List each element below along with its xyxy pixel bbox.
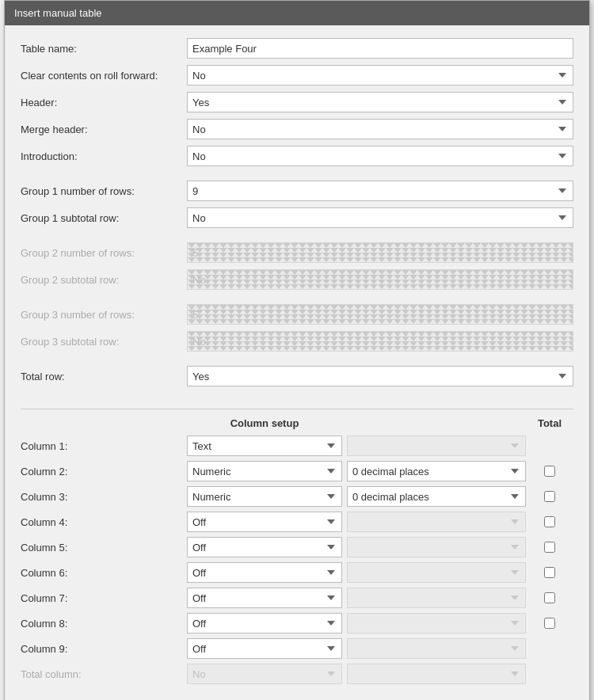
clear-contents-row: Clear contents on roll forward: No Yes bbox=[21, 65, 573, 86]
column-3-decimal-select[interactable]: 0 decimal places 1 decimal place 2 decim… bbox=[347, 486, 526, 507]
total-column-type-select: No bbox=[187, 664, 342, 684]
total-column-row: Total column: No bbox=[21, 664, 573, 684]
table-name-row: Table name: bbox=[21, 38, 573, 59]
merge-header-row: Merge header: No Yes bbox=[21, 119, 573, 139]
clear-contents-label: Clear contents on roll forward: bbox=[21, 70, 187, 82]
group3-subtotal-label: Group 3 subtotal row: bbox=[21, 336, 187, 348]
column-2-label: Column 2: bbox=[21, 466, 187, 477]
column-3-total-check bbox=[526, 491, 573, 502]
introduction-select[interactable]: No Yes bbox=[187, 146, 573, 166]
column-1-label: Column 1: bbox=[21, 440, 187, 452]
total-row-row: Total row: Yes No bbox=[21, 366, 573, 386]
column-5-type-select[interactable]: Off Text Numeric bbox=[187, 537, 342, 557]
total-column-label: Total column: bbox=[21, 668, 187, 680]
group1-rows-row: Group 1 number of rows: 9 12345 67810 bbox=[21, 181, 573, 201]
table-name-label: Table name: bbox=[21, 43, 187, 55]
column-8-label: Column 8: bbox=[21, 618, 187, 630]
column-3-total-checkbox[interactable] bbox=[544, 491, 555, 502]
group3-rows-row: Group 3 number of rows: 5 bbox=[21, 304, 573, 325]
column-5-decimal-select bbox=[347, 537, 526, 557]
group2-rows-label: Group 2 number of rows: bbox=[21, 247, 187, 259]
introduction-label: Introduction: bbox=[21, 150, 187, 162]
group2-subtotal-select: No bbox=[187, 269, 573, 290]
column-4-type-select[interactable]: Off Text Numeric bbox=[187, 512, 342, 532]
group2-rows-select: 5 bbox=[187, 242, 573, 263]
column-7-type-select[interactable]: Off Text Numeric bbox=[187, 588, 342, 608]
column-1-row: Column 1: Text Numeric Off bbox=[21, 436, 573, 456]
group1-subtotal-select[interactable]: No Yes bbox=[187, 207, 573, 228]
group1-rows-select[interactable]: 9 12345 67810 bbox=[187, 181, 573, 201]
column-2-decimal-select[interactable]: 0 decimal places 1 decimal place 2 decim… bbox=[347, 461, 526, 481]
column-9-label: Column 9: bbox=[21, 643, 187, 655]
column-8-total-checkbox[interactable] bbox=[544, 618, 555, 629]
column-1-decimal-select bbox=[347, 436, 526, 456]
table-name-input[interactable] bbox=[187, 38, 573, 59]
group3-rows-select: 5 bbox=[187, 304, 573, 325]
introduction-row: Introduction: No Yes bbox=[21, 146, 573, 166]
group1-subtotal-row: Group 1 subtotal row: No Yes bbox=[21, 207, 573, 228]
column-6-type-select[interactable]: Off Text Numeric bbox=[187, 562, 342, 583]
column-7-total-checkbox[interactable] bbox=[544, 592, 555, 603]
column-5-row: Column 5: Off Text Numeric bbox=[21, 537, 573, 557]
column-6-total-check bbox=[526, 567, 573, 578]
column-6-decimal-select bbox=[347, 562, 526, 583]
column-6-row: Column 6: Off Text Numeric bbox=[21, 562, 573, 583]
total-row-label: Total row: bbox=[21, 371, 187, 382]
column-7-total-check bbox=[526, 592, 573, 603]
group1-subtotal-label: Group 1 subtotal row: bbox=[21, 212, 187, 224]
group3-rows-label: Group 3 number of rows: bbox=[21, 309, 187, 321]
column-9-type-select[interactable]: Off Text Numeric bbox=[187, 638, 342, 659]
column-6-label: Column 6: bbox=[21, 567, 187, 579]
dialog-title: Insert manual table bbox=[5, 1, 589, 25]
header-select[interactable]: Yes No bbox=[187, 92, 573, 112]
column-2-row: Column 2: Numeric Text Off 0 decimal pla… bbox=[21, 461, 573, 481]
column-9-decimal-select bbox=[347, 638, 526, 659]
header-row: Header: Yes No bbox=[21, 92, 573, 112]
total-row-select[interactable]: Yes No bbox=[187, 366, 573, 386]
column-2-total-check bbox=[526, 466, 573, 477]
clear-contents-select[interactable]: No Yes bbox=[187, 65, 573, 86]
column-7-label: Column 7: bbox=[21, 592, 187, 604]
column-2-type-select[interactable]: Numeric Text Off bbox=[187, 461, 342, 481]
total-column-decimal-select bbox=[347, 664, 526, 684]
merge-header-select[interactable]: No Yes bbox=[187, 119, 573, 139]
column-5-total-checkbox[interactable] bbox=[544, 542, 555, 553]
column-8-decimal-select bbox=[347, 613, 526, 633]
column-8-row: Column 8: Off Text Numeric bbox=[21, 613, 573, 633]
column-4-total-checkbox[interactable] bbox=[544, 516, 555, 527]
column-3-row: Column 3: Numeric Text Off 0 decimal pla… bbox=[21, 486, 573, 507]
total-header: Total bbox=[526, 417, 573, 429]
group2-subtotal-label: Group 2 subtotal row: bbox=[21, 274, 187, 286]
insert-manual-table-dialog: Insert manual table Table name: Clear co… bbox=[4, 0, 590, 700]
column-4-decimal-select bbox=[347, 512, 526, 532]
column-9-row: Column 9: Off Text Numeric bbox=[21, 638, 573, 659]
column-1-type-select[interactable]: Text Numeric Off bbox=[187, 436, 342, 456]
group3-subtotal-select: No bbox=[187, 331, 573, 352]
column-7-decimal-select bbox=[347, 588, 526, 608]
column-8-type-select[interactable]: Off Text Numeric bbox=[187, 613, 342, 633]
column-setup-header: Column setup bbox=[187, 417, 342, 429]
column-2-total-checkbox[interactable] bbox=[544, 466, 555, 477]
merge-header-label: Merge header: bbox=[21, 124, 187, 135]
column-4-total-check bbox=[526, 516, 573, 527]
column-5-label: Column 5: bbox=[21, 542, 187, 554]
column-4-row: Column 4: Off Text Numeric bbox=[21, 512, 573, 532]
group2-subtotal-row: Group 2 subtotal row: No bbox=[21, 269, 573, 290]
column-8-total-check bbox=[526, 618, 573, 629]
column-6-total-checkbox[interactable] bbox=[544, 567, 555, 578]
group1-rows-label: Group 1 number of rows: bbox=[21, 185, 187, 197]
column-7-row: Column 7: Off Text Numeric bbox=[21, 588, 573, 608]
group3-subtotal-row: Group 3 subtotal row: No bbox=[21, 331, 573, 352]
column-3-type-select[interactable]: Numeric Text Off bbox=[187, 486, 342, 507]
column-5-total-check bbox=[526, 542, 573, 553]
column-4-label: Column 4: bbox=[21, 516, 187, 528]
header-label: Header: bbox=[21, 97, 187, 108]
column-3-label: Column 3: bbox=[21, 491, 187, 503]
group2-rows-row: Group 2 number of rows: 5 bbox=[21, 242, 573, 263]
